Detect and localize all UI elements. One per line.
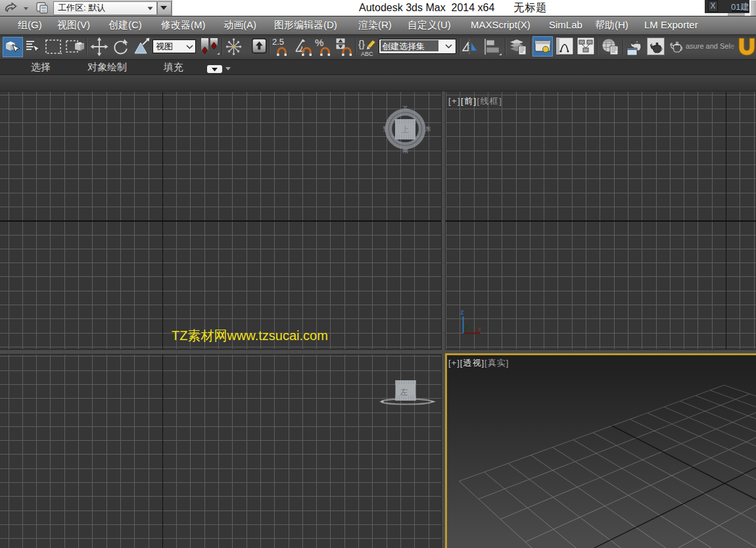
svg-text:y: y — [464, 326, 468, 334]
svg-text:北: 北 — [402, 106, 408, 111]
svg-text:%: % — [315, 37, 323, 48]
svg-text:z: z — [460, 309, 464, 316]
svg-text:x: x — [477, 326, 481, 334]
svg-text:西: 西 — [383, 126, 387, 132]
svg-text:左: 左 — [400, 387, 408, 397]
svg-text:上: 上 — [402, 125, 410, 134]
svg-text:{}: {} — [358, 38, 365, 49]
svg-text:南: 南 — [402, 147, 408, 153]
svg-text:东: 东 — [425, 126, 431, 132]
svg-text:ABC: ABC — [361, 51, 373, 57]
svg-text:2.5: 2.5 — [272, 37, 284, 47]
